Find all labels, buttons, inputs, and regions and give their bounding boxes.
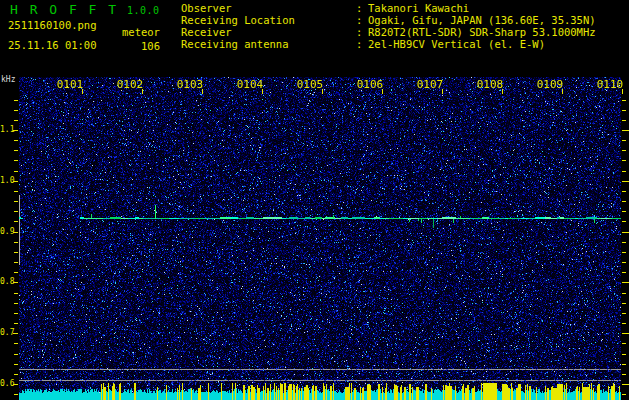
freq-minor-tick-left bbox=[14, 171, 18, 172]
freq-minor-tick-left bbox=[14, 150, 18, 151]
freq-axis-label: 0.6 bbox=[0, 380, 13, 388]
freq-axis-label: 0.9 bbox=[0, 228, 13, 236]
freq-minor-tick-right bbox=[622, 211, 626, 212]
freq-major-tick-right bbox=[622, 181, 629, 182]
info-row: Receiving antenna:2el-HB9CV Vertical (el… bbox=[181, 38, 596, 50]
info-label: Receiving antenna bbox=[181, 38, 356, 50]
version-label: 1.0.0 bbox=[127, 5, 160, 16]
hrofft-window: H R O F F T 1.0.0 2511160100.png meteor … bbox=[0, 0, 629, 400]
time-label: 0109 bbox=[537, 79, 564, 90]
freq-minor-tick-left bbox=[14, 160, 18, 161]
freq-minor-tick-right bbox=[622, 374, 626, 375]
freq-minor-tick-left bbox=[14, 303, 18, 304]
info-value: 2el-HB9CV Vertical (el. E-W) bbox=[368, 38, 545, 50]
freq-minor-tick-left bbox=[14, 140, 18, 141]
time-tick bbox=[382, 89, 383, 94]
freq-minor-tick-left bbox=[14, 364, 18, 365]
info-label: Receiving Location bbox=[181, 14, 356, 26]
time-tick bbox=[622, 89, 623, 94]
freq-minor-tick-right bbox=[622, 272, 626, 273]
time-label: 0104 bbox=[237, 79, 264, 90]
echo-count: 106 bbox=[141, 40, 160, 52]
freq-minor-tick-left bbox=[14, 272, 18, 273]
freq-minor-tick-left bbox=[14, 262, 18, 263]
freq-major-tick-right bbox=[622, 333, 629, 334]
info-separator: : bbox=[356, 2, 368, 14]
freq-minor-tick-right bbox=[622, 303, 626, 304]
freq-major-tick-left bbox=[13, 384, 18, 385]
info-label: Receiver bbox=[181, 26, 356, 38]
info-separator: : bbox=[356, 38, 368, 50]
freq-axis-label: 0.8 bbox=[0, 278, 13, 286]
freq-major-tick-right bbox=[622, 384, 629, 385]
freq-minor-tick-left bbox=[14, 343, 18, 344]
observer-info-block: Observer:Takanori KawachiReceiving Locat… bbox=[181, 2, 596, 50]
freq-minor-tick-right bbox=[622, 343, 626, 344]
freq-major-tick-right bbox=[622, 232, 629, 233]
freq-major-tick-left bbox=[13, 232, 18, 233]
info-value: R820T2(RTL-SDR) SDR-Sharp 53.1000MHz bbox=[368, 26, 596, 38]
freq-minor-tick-left bbox=[14, 354, 18, 355]
time-tick bbox=[502, 89, 503, 94]
info-value: Ogaki, Gifu, JAPAN (136.60E, 35.35N) bbox=[368, 14, 596, 26]
freq-minor-tick-right bbox=[622, 252, 626, 253]
freq-minor-tick-left bbox=[14, 120, 18, 121]
info-row: Receiver:R820T2(RTL-SDR) SDR-Sharp 53.10… bbox=[181, 26, 596, 38]
freq-minor-tick-right bbox=[622, 110, 626, 111]
freq-minor-tick-right bbox=[622, 140, 626, 141]
khz-unit-label: kHz bbox=[1, 75, 15, 84]
freq-minor-tick-right bbox=[622, 293, 626, 294]
freq-axis-label: 0.7 bbox=[0, 329, 13, 337]
freq-minor-tick-right bbox=[622, 364, 626, 365]
info-value: Takanori Kawachi bbox=[368, 2, 469, 14]
freq-minor-tick-left bbox=[14, 201, 18, 202]
time-tick bbox=[322, 89, 323, 94]
freq-minor-tick-left bbox=[14, 100, 18, 101]
time-tick bbox=[262, 89, 263, 94]
freq-major-tick-left bbox=[13, 181, 18, 182]
time-tick bbox=[442, 89, 443, 94]
time-label: 0108 bbox=[477, 79, 504, 90]
time-tick bbox=[202, 89, 203, 94]
app-title: H R O F F T bbox=[10, 2, 118, 17]
freq-minor-tick-left bbox=[14, 221, 18, 222]
time-label: 0107 bbox=[417, 79, 444, 90]
datetime-label: 25.11.16 01:00 bbox=[8, 39, 97, 51]
filename-label: 2511160100.png bbox=[8, 19, 97, 31]
freq-minor-tick-right bbox=[622, 191, 626, 192]
info-label: Observer bbox=[181, 2, 356, 14]
freq-major-tick-right bbox=[622, 282, 629, 283]
freq-axis-label: 1.1 bbox=[0, 126, 13, 134]
freq-minor-tick-right bbox=[622, 150, 626, 151]
freq-minor-tick-right bbox=[622, 242, 626, 243]
info-row: Receiving Location:Ogaki, Gifu, JAPAN (1… bbox=[181, 14, 596, 26]
freq-minor-tick-right bbox=[622, 354, 626, 355]
freq-minor-tick-right bbox=[622, 160, 626, 161]
freq-minor-tick-right bbox=[622, 313, 626, 314]
freq-minor-tick-right bbox=[622, 394, 626, 395]
freq-minor-tick-right bbox=[622, 262, 626, 263]
spectrogram-canvas bbox=[19, 77, 621, 400]
time-label: 0110 bbox=[597, 79, 624, 90]
time-label: 0105 bbox=[297, 79, 324, 90]
info-row: Observer:Takanori Kawachi bbox=[181, 2, 596, 14]
time-tick bbox=[562, 89, 563, 94]
freq-minor-tick-left bbox=[14, 211, 18, 212]
freq-axis-label: 1.0 bbox=[0, 177, 13, 185]
freq-major-tick-right bbox=[622, 130, 629, 131]
mode-label: meteor bbox=[122, 26, 160, 38]
freq-minor-tick-left bbox=[14, 242, 18, 243]
freq-minor-tick-left bbox=[14, 110, 18, 111]
time-tick bbox=[82, 89, 83, 94]
freq-minor-tick-left bbox=[14, 313, 18, 314]
freq-minor-tick-right bbox=[622, 120, 626, 121]
freq-minor-tick-left bbox=[14, 293, 18, 294]
freq-minor-tick-right bbox=[622, 323, 626, 324]
freq-minor-tick-left bbox=[14, 191, 18, 192]
time-label: 0103 bbox=[177, 79, 204, 90]
info-separator: : bbox=[356, 26, 368, 38]
time-label: 0101 bbox=[57, 79, 84, 90]
freq-minor-tick-left bbox=[14, 252, 18, 253]
time-tick bbox=[142, 89, 143, 94]
freq-minor-tick-right bbox=[622, 171, 626, 172]
